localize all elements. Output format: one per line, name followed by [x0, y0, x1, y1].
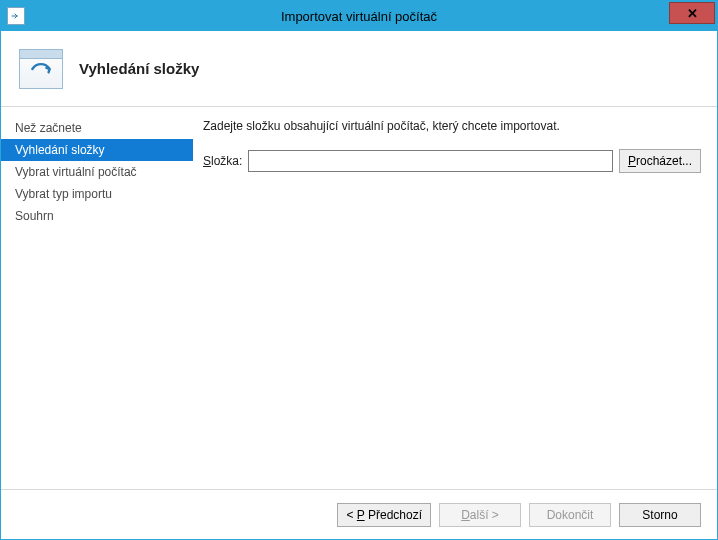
- app-icon: [7, 7, 25, 25]
- window-title: Importovat virtuální počítač: [1, 9, 717, 24]
- step-summary[interactable]: Souhrn: [1, 205, 193, 227]
- step-import-type[interactable]: Vybrat typ importu: [1, 183, 193, 205]
- import-icon: [19, 49, 63, 89]
- browse-button[interactable]: Procházet...: [619, 149, 701, 173]
- close-button[interactable]: ✕: [669, 2, 715, 24]
- step-locate-folder[interactable]: Vyhledání složky: [1, 139, 193, 161]
- folder-row: Složka: Procházet...: [203, 149, 701, 173]
- finish-button[interactable]: Dokončit: [529, 503, 611, 527]
- folder-label: Složka:: [203, 154, 242, 168]
- step-before-you-begin[interactable]: Než začnete: [1, 117, 193, 139]
- close-icon: ✕: [687, 7, 698, 20]
- step-select-vm[interactable]: Vybrat virtuální počítač: [1, 161, 193, 183]
- wizard-body: Než začnete Vyhledání složky Vybrat virt…: [1, 107, 717, 489]
- instruction-text: Zadejte složku obsahující virtuální počí…: [203, 119, 701, 133]
- wizard-steps-sidebar: Než začnete Vyhledání složky Vybrat virt…: [1, 107, 193, 489]
- wizard-window: Importovat virtuální počítač ✕ Vyhledání…: [0, 0, 718, 540]
- cancel-button[interactable]: Storno: [619, 503, 701, 527]
- folder-input[interactable]: [248, 150, 613, 172]
- wizard-header: Vyhledání složky: [1, 31, 717, 107]
- previous-button[interactable]: < P Předchozí: [337, 503, 431, 527]
- wizard-content: Zadejte složku obsahující virtuální počí…: [193, 107, 717, 489]
- next-button[interactable]: Další >: [439, 503, 521, 527]
- titlebar: Importovat virtuální počítač ✕: [1, 1, 717, 31]
- page-heading: Vyhledání složky: [79, 60, 199, 77]
- wizard-footer: < P Předchozí Další > Dokončit Storno: [1, 489, 717, 539]
